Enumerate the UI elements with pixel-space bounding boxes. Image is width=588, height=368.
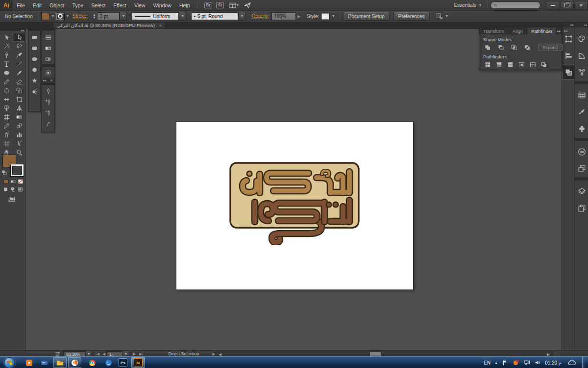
flare-tool-button[interactable] bbox=[28, 86, 40, 97]
trim-button[interactable] bbox=[493, 60, 504, 69]
tearoff-close-icon[interactable]: ✕ bbox=[50, 79, 53, 82]
stroke-lines-tool-button[interactable] bbox=[42, 32, 54, 43]
menu-file[interactable]: File bbox=[13, 2, 29, 8]
tab-close-icon[interactable]: × bbox=[159, 23, 162, 28]
preferences-button[interactable]: Preferences bbox=[393, 12, 430, 21]
shape-builder-tool-button[interactable] bbox=[0, 104, 13, 112]
asset-export-panel-dock-button[interactable] bbox=[575, 161, 588, 176]
symbol-sprayer-tool-button[interactable] bbox=[0, 130, 13, 139]
type-tool-button[interactable] bbox=[0, 59, 13, 68]
gradient-tool-button[interactable] bbox=[13, 112, 25, 121]
pen2-tool-button[interactable] bbox=[42, 86, 54, 97]
color-guide-panel-dock-button[interactable] bbox=[575, 65, 588, 79]
crop-button[interactable] bbox=[516, 60, 527, 69]
show-desktop-button[interactable] bbox=[582, 357, 586, 368]
menu-object[interactable]: Object bbox=[46, 2, 68, 8]
document-tab[interactable]: الدكان التركي.ai @ 80.38% (RGB/GPU Previ… bbox=[53, 22, 166, 28]
network-display-icon[interactable] bbox=[523, 359, 530, 366]
width-profile-dropdown[interactable]: Uniform bbox=[132, 12, 179, 20]
start-button[interactable] bbox=[4, 357, 15, 368]
taskbar-chrome[interactable] bbox=[88, 359, 97, 367]
divide-button[interactable] bbox=[482, 60, 493, 69]
expand-button[interactable]: Expand bbox=[538, 44, 563, 51]
stock-button[interactable]: St bbox=[216, 2, 224, 8]
volume-icon[interactable] bbox=[534, 359, 541, 366]
menu-view[interactable]: View bbox=[130, 2, 149, 8]
eyedropper-tool-button[interactable] bbox=[0, 121, 13, 130]
tab-align[interactable]: Align bbox=[509, 27, 527, 34]
menu-type[interactable]: Type bbox=[68, 2, 87, 8]
scale-tool-button[interactable] bbox=[13, 86, 25, 95]
brush-caret[interactable]: ▾ bbox=[238, 12, 245, 21]
menu-window[interactable]: Window bbox=[149, 2, 175, 8]
stroke-panel-link[interactable]: Stroke: bbox=[73, 13, 88, 19]
dock-collapse-icon[interactable]: ◂◂ bbox=[570, 23, 573, 27]
bridge-button[interactable]: Br bbox=[204, 2, 213, 8]
opacity-panel-link[interactable]: Opacity: bbox=[251, 13, 270, 19]
pen-tool-button[interactable] bbox=[0, 51, 13, 59]
unite-button[interactable] bbox=[482, 43, 493, 52]
workspace-switcher[interactable]: Essentials bbox=[454, 2, 476, 8]
next-artboard-icon[interactable]: ▶ bbox=[133, 352, 136, 356]
pen-minus-tool-button[interactable] bbox=[42, 107, 54, 118]
style-swatch[interactable] bbox=[321, 13, 330, 20]
taskbar-teal-app[interactable] bbox=[104, 359, 113, 367]
stroke-weight-dropdown[interactable]: ▾ bbox=[120, 12, 127, 21]
rectangle-tool-button[interactable] bbox=[28, 32, 40, 43]
stroke-color-well[interactable] bbox=[10, 164, 24, 177]
outline-button[interactable] bbox=[527, 60, 538, 69]
fill-color-swatch[interactable] bbox=[41, 13, 50, 20]
language-indicator[interactable]: EN bbox=[484, 360, 490, 366]
tray-expand-icon[interactable]: ▲ bbox=[494, 361, 498, 365]
selection-tool-button[interactable] bbox=[0, 33, 13, 42]
brush-dropdown[interactable]: • 5 pt. Round bbox=[191, 12, 238, 20]
tab-transform[interactable]: Transform bbox=[479, 27, 509, 34]
color-panel-dock-button[interactable] bbox=[575, 31, 588, 46]
slice-tool-button[interactable] bbox=[13, 139, 25, 148]
menu-select[interactable]: Select bbox=[87, 2, 109, 8]
tray-app-icon[interactable] bbox=[513, 359, 519, 366]
close-button[interactable]: ✕ bbox=[574, 1, 588, 10]
ellipse-shape-tool-button[interactable] bbox=[28, 53, 40, 64]
action-center-icon[interactable] bbox=[502, 359, 509, 366]
taskbar-explorer[interactable] bbox=[53, 357, 67, 368]
anchor-point-tool-button[interactable] bbox=[42, 118, 54, 129]
pencil-tool-button[interactable] bbox=[0, 77, 13, 86]
swatches-panel-dock-button[interactable] bbox=[575, 88, 588, 103]
pathfinder-panel-dock-button[interactable] bbox=[562, 65, 575, 79]
taskbar-photoshop[interactable]: Ps bbox=[119, 358, 127, 367]
stroke-color-swatch[interactable] bbox=[56, 13, 65, 20]
intersect-button[interactable] bbox=[509, 43, 519, 52]
tools-collapse-icon[interactable]: ◂◂ bbox=[21, 29, 24, 31]
direct-selection-tool-button[interactable] bbox=[13, 33, 25, 42]
width-tool-button[interactable] bbox=[0, 95, 13, 104]
exclude-button[interactable] bbox=[522, 43, 533, 52]
symbols-panel-dock-button[interactable] bbox=[575, 121, 588, 136]
menu-edit[interactable]: Edit bbox=[29, 2, 46, 8]
lasso-tool-button[interactable] bbox=[13, 42, 25, 51]
tab-pathfinder[interactable]: Pathfinder bbox=[527, 27, 557, 34]
dock-collapse-icon[interactable]: ◂◂ bbox=[584, 23, 587, 27]
cc-libraries-panel-dock-button[interactable] bbox=[575, 144, 588, 159]
paintbrush-tool-button[interactable] bbox=[13, 68, 25, 77]
ellipse-shape-tool-button[interactable] bbox=[0, 68, 13, 77]
taskbar-pinned-app[interactable] bbox=[40, 359, 49, 367]
panel-menu-icon[interactable]: ▾≡ bbox=[564, 29, 568, 33]
magic-wand-tool-button[interactable] bbox=[0, 42, 13, 51]
rounded-rect-tool-button[interactable] bbox=[28, 43, 40, 53]
eraser-tool-button[interactable] bbox=[13, 77, 25, 86]
mesh-tool-button[interactable] bbox=[0, 112, 13, 121]
perspective-grid-tool-button[interactable] bbox=[13, 104, 25, 112]
taskbar-media-app[interactable] bbox=[25, 359, 33, 367]
artboards-panel-dock-button[interactable] bbox=[575, 201, 588, 215]
minus-front-button[interactable] bbox=[495, 43, 506, 52]
brushes-panel-dock-button[interactable] bbox=[575, 105, 588, 119]
last-artboard-icon[interactable]: ▶| bbox=[139, 352, 143, 356]
rotate-tool-button[interactable] bbox=[0, 86, 13, 95]
minimize-button[interactable] bbox=[546, 1, 560, 10]
transparency-tool-button[interactable] bbox=[42, 53, 54, 64]
star-tool-button[interactable] bbox=[28, 75, 40, 86]
minus-back-button[interactable] bbox=[539, 60, 549, 69]
taskbar-orange-app[interactable] bbox=[68, 357, 81, 368]
search-input[interactable] bbox=[490, 1, 540, 9]
